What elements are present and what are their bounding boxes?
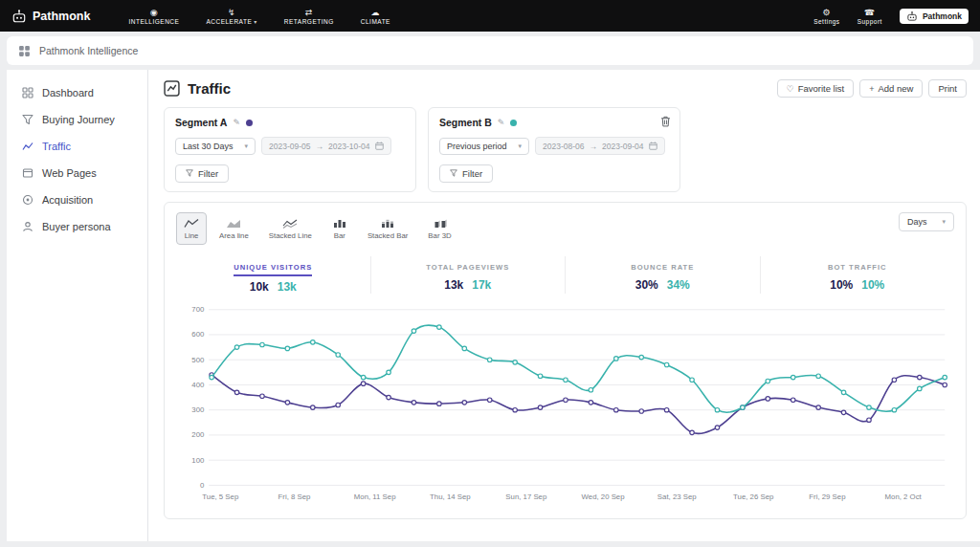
stat-bot-traffic[interactable]: BOT TRAFFIC 10% 10% <box>760 256 955 294</box>
stat-bounce-rate[interactable]: BOUNCE RATE 30% 34% <box>565 256 760 294</box>
svg-text:400: 400 <box>191 380 205 388</box>
sidebar-item-buyer-persona[interactable]: Buyer persona <box>7 213 147 240</box>
stat-values: 30% 34% <box>571 278 754 292</box>
support-button[interactable]: ☎ Support <box>858 8 882 25</box>
page-title: Traffic <box>188 80 231 97</box>
favorite-list-button[interactable]: ♡ Favorite list <box>777 79 855 98</box>
line-type-icon <box>184 218 199 229</box>
segment-b-name: Segment B <box>439 117 492 128</box>
svg-text:Thu, 14 Sep: Thu, 14 Sep <box>430 492 471 501</box>
nav-climate-label: CLIMATE <box>361 18 390 25</box>
web-page-icon <box>22 167 33 179</box>
stacked-bar-type-icon <box>380 218 395 229</box>
heart-icon: ♡ <box>787 84 794 94</box>
badge-label: Pathmonk <box>923 11 962 21</box>
climate-icon: ☁ <box>371 8 381 17</box>
nav-intelligence-label: INTELLIGENCE <box>128 18 179 25</box>
arrow-right-icon: → <box>590 142 598 151</box>
nav-retargeting[interactable]: ⇄ RETARGETING <box>284 8 334 25</box>
sidebar-item-acquisition[interactable]: Acquisition <box>7 186 147 213</box>
sidebar-item-traffic[interactable]: Traffic <box>7 133 147 160</box>
stat-label: TOTAL PAGEVIEWS <box>426 263 509 274</box>
dashboard-icon <box>22 87 33 98</box>
funnel-icon <box>22 114 33 125</box>
nav-retargeting-label: RETARGETING <box>284 18 334 25</box>
stat-unique-visitors[interactable]: UNIQUE VISITORS 10k 13k <box>176 256 370 294</box>
traffic-chart-icon <box>164 80 180 97</box>
chart-type-bar[interactable]: Bar <box>324 212 355 245</box>
date-from: 2023-08-06 <box>543 142 584 151</box>
stat-values: 13k 17k <box>377 278 560 292</box>
pathmonk-robot-icon <box>906 11 918 21</box>
traffic-chart-card: Line Area line Stacked Line Bar <box>164 202 967 519</box>
segment-a-name: Segment A <box>175 117 227 128</box>
segment-cards: Segment A ✎ Last 30 Days ▾ 2023-09-05 → … <box>164 107 967 192</box>
chart-type-label: Line <box>185 231 199 240</box>
date-to: 2023-10-04 <box>328 142 369 151</box>
date-to: 2023-09-04 <box>602 142 643 151</box>
pathmonk-robot-icon <box>11 10 27 23</box>
chart-toolbar: Line Area line Stacked Line Bar <box>176 212 954 245</box>
stat-values: 10% 10% <box>767 278 949 292</box>
chevron-down-icon: ▾ <box>254 18 257 25</box>
accelerate-icon: ↯ <box>228 8 235 17</box>
sidebar-item-buying-journey[interactable]: Buying Journey <box>7 106 147 133</box>
chart-type-bar-3d[interactable]: Bar 3D <box>420 212 458 245</box>
segment-b-controls: Previous period ▾ 2023-08-06 → 2023-09-0… <box>439 137 669 155</box>
traffic-line-chart[interactable]: 0100200300400500600700Tue, 5 SepFri, 8 S… <box>176 299 954 503</box>
chart-type-stacked-bar[interactable]: Stacked Bar <box>360 212 415 245</box>
calendar-icon <box>649 142 657 150</box>
page-header: Traffic ♡ Favorite list + Add new Print <box>164 79 967 98</box>
segment-a-date-range[interactable]: 2023-09-05 → 2023-10-04 <box>261 137 390 155</box>
svg-text:Sat, 23 Sep: Sat, 23 Sep <box>657 492 697 501</box>
edit-pencil-icon[interactable]: ✎ <box>498 118 505 127</box>
chart-type-stacked-line[interactable]: Stacked Line <box>261 212 320 245</box>
stat-value-segment-b: 17k <box>472 278 491 292</box>
plus-icon: + <box>869 84 874 94</box>
nav-intelligence[interactable]: ◉ INTELLIGENCE <box>128 8 179 25</box>
add-new-button[interactable]: + Add new <box>859 79 923 98</box>
stat-total-pageviews[interactable]: TOTAL PAGEVIEWS 13k 17k <box>370 256 566 294</box>
svg-text:500: 500 <box>191 355 205 363</box>
filter-funnel-icon <box>186 169 193 177</box>
settings-button[interactable]: ⚙ Settings <box>813 8 840 25</box>
segment-b-filter-row: Filter <box>439 164 669 183</box>
interval-select[interactable]: Days ▾ <box>899 212 954 231</box>
segment-b-card: Segment B ✎ Previous period ▾ 2023-08-06… <box>428 107 680 192</box>
segment-b-range-select[interactable]: Previous period ▾ <box>439 138 529 155</box>
chart-type-line[interactable]: Line <box>176 212 207 245</box>
favorite-list-label: Favorite list <box>798 83 845 94</box>
svg-text:Sun, 17 Sep: Sun, 17 Sep <box>505 492 547 501</box>
segment-a-filter-button[interactable]: Filter <box>175 164 229 183</box>
svg-text:Fri, 29 Sep: Fri, 29 Sep <box>809 492 846 501</box>
print-button[interactable]: Print <box>928 79 967 98</box>
pathmonk-account-badge[interactable]: Pathmonk <box>900 9 969 24</box>
top-nav-menu: ◉ INTELLIGENCE ↯ ACCELERATE▾ ⇄ RETARGETI… <box>128 8 390 25</box>
date-from: 2023-09-05 <box>269 142 310 151</box>
nav-accelerate[interactable]: ↯ ACCELERATE▾ <box>206 8 256 25</box>
stat-value-segment-a: 10k <box>250 280 269 294</box>
sidebar-item-web-pages[interactable]: Web Pages <box>7 160 147 186</box>
svg-text:200: 200 <box>191 430 205 439</box>
svg-text:Tue, 5 Sep: Tue, 5 Sep <box>202 492 239 501</box>
chart-type-label: Bar 3D <box>428 231 451 240</box>
brand[interactable]: Pathmonk <box>11 10 90 23</box>
person-icon <box>22 221 33 232</box>
retargeting-icon: ⇄ <box>305 8 313 17</box>
edit-pencil-icon[interactable]: ✎ <box>233 118 240 127</box>
svg-text:Fri, 8 Sep: Fri, 8 Sep <box>278 492 311 501</box>
segment-b-filter-button[interactable]: Filter <box>439 164 493 183</box>
sidebar-item-dashboard[interactable]: Dashboard <box>7 79 147 106</box>
calendar-icon <box>375 142 384 150</box>
content-area: Dashboard Buying Journey Traffic Web Pag… <box>7 70 980 541</box>
stat-value-segment-a: 10% <box>830 278 853 292</box>
delete-segment-button[interactable] <box>660 116 671 130</box>
chart-type-area-line[interactable]: Area line <box>212 212 256 245</box>
app-title: Pathmonk Intelligence <box>39 45 138 56</box>
segment-b-date-range[interactable]: 2023-08-06 → 2023-09-04 <box>535 137 664 155</box>
print-label: Print <box>938 83 957 94</box>
nav-climate[interactable]: ☁ CLIMATE <box>361 8 390 25</box>
stat-label: UNIQUE VISITORS <box>234 263 312 276</box>
sidebar-item-label: Buying Journey <box>42 114 115 125</box>
segment-a-range-select[interactable]: Last 30 Days ▾ <box>175 138 256 155</box>
